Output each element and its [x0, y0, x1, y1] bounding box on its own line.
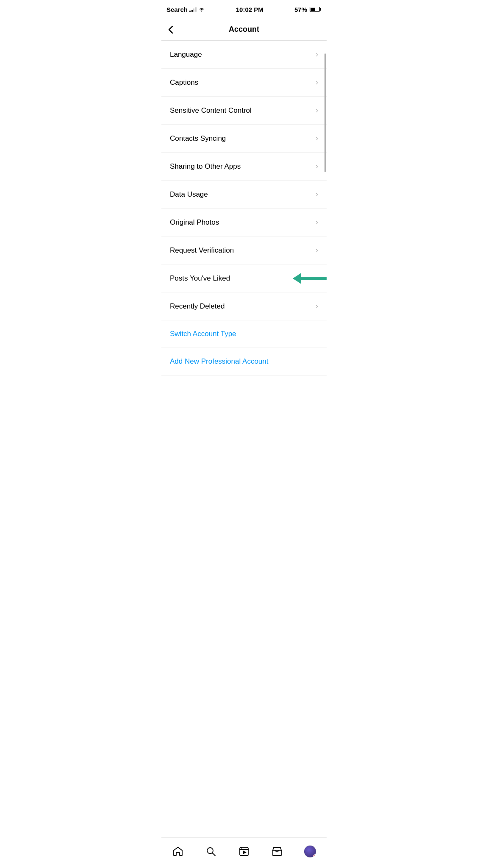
scrollbar-thumb[interactable]	[324, 53, 326, 172]
menu-item-label: Contacts Syncing	[170, 134, 226, 143]
status-bar: Search 10:02 PM 57%	[161, 0, 327, 19]
menu-item-language[interactable]: Language ›	[161, 41, 327, 69]
page-title: Account	[229, 25, 259, 34]
menu-item-label: Sharing to Other Apps	[170, 162, 241, 171]
nav-home[interactable]	[167, 841, 189, 862]
menu-item-recently-deleted[interactable]: Recently Deleted ›	[161, 292, 327, 320]
menu-item-label: Posts You've Liked	[170, 274, 230, 283]
chevron-icon: ›	[316, 50, 318, 59]
nav-search[interactable]	[200, 841, 222, 862]
chevron-icon: ›	[316, 190, 318, 199]
menu-item-sensitive-content[interactable]: Sensitive Content Control ›	[161, 97, 327, 125]
menu-item-captions[interactable]: Captions ›	[161, 69, 327, 97]
menu-item-original-photos[interactable]: Original Photos ›	[161, 209, 327, 236]
svg-point-0	[201, 11, 202, 11]
menu-item-label: Original Photos	[170, 218, 219, 227]
menu-item-label: Recently Deleted	[170, 302, 225, 311]
menu-list: Language › Captions › Sensitive Content …	[161, 41, 327, 376]
menu-item-label: Sensitive Content Control	[170, 106, 252, 115]
nav-profile[interactable]	[299, 841, 321, 862]
svg-marker-4	[243, 851, 247, 854]
menu-item-label: Language	[170, 50, 202, 59]
menu-item-data-usage[interactable]: Data Usage ›	[161, 181, 327, 209]
menu-item-label: Data Usage	[170, 190, 208, 199]
teal-arrow-annotation	[293, 273, 327, 284]
menu-item-request-verification[interactable]: Request Verification ›	[161, 236, 327, 264]
status-right: 57%	[294, 6, 320, 13]
status-time: 10:02 PM	[236, 6, 263, 13]
chevron-icon: ›	[316, 218, 318, 227]
chevron-icon: ›	[316, 162, 318, 171]
status-left: Search	[166, 6, 205, 13]
battery-percent: 57%	[294, 6, 307, 13]
chevron-icon: ›	[316, 78, 318, 87]
chevron-icon: ›	[316, 106, 318, 115]
menu-item-link-label: Switch Account Type	[170, 330, 236, 338]
menu-item-contacts-syncing[interactable]: Contacts Syncing ›	[161, 125, 327, 153]
scrollbar-track	[324, 41, 326, 413]
nav-reels[interactable]	[233, 841, 255, 862]
svg-line-2	[213, 853, 216, 856]
menu-item-add-professional[interactable]: Add New Professional Account	[161, 348, 327, 376]
menu-item-label: Request Verification	[170, 246, 234, 255]
menu-item-posts-liked[interactable]: Posts You've Liked ›	[161, 264, 327, 292]
notification-dot	[313, 854, 316, 857]
menu-item-link-label: Add New Professional Account	[170, 357, 268, 366]
shop-icon	[272, 846, 283, 857]
wifi-icon	[198, 7, 205, 12]
chevron-icon: ›	[316, 134, 318, 143]
chevron-icon: ›	[316, 302, 318, 311]
battery-icon	[310, 7, 320, 12]
nav-header: Account	[161, 19, 327, 41]
search-icon	[205, 846, 216, 857]
bottom-nav	[161, 837, 327, 868]
home-icon	[172, 846, 183, 857]
reels-icon	[238, 846, 250, 857]
back-button[interactable]	[168, 25, 173, 34]
signal-icon	[189, 7, 197, 12]
profile-avatar	[304, 846, 316, 857]
menu-item-sharing-other-apps[interactable]: Sharing to Other Apps ›	[161, 153, 327, 181]
menu-item-label: Captions	[170, 78, 198, 87]
nav-shop[interactable]	[266, 841, 288, 862]
carrier-label: Search	[166, 6, 188, 13]
content-area: Language › Captions › Sensitive Content …	[161, 41, 327, 413]
menu-item-switch-account[interactable]: Switch Account Type	[161, 320, 327, 348]
chevron-icon: ›	[316, 246, 318, 255]
